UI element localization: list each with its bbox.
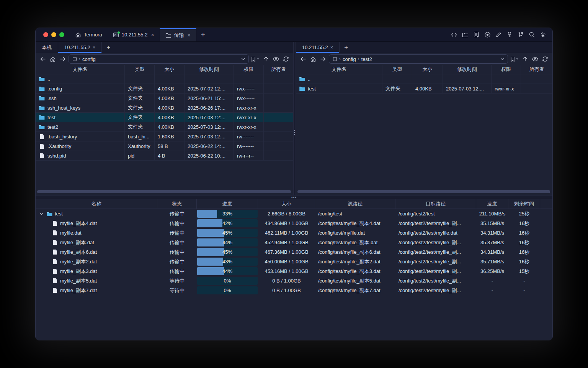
transfer-row[interactable]: myfile_副本4.dat传输中42%434.86MB / 1.00GB/co… [36,219,552,228]
file-row[interactable]: .config文件夹4.00KB2025-07-02 12:...rwx----… [36,84,293,94]
show-hidden-eye-icon[interactable] [531,55,539,63]
close-window-button[interactable] [43,32,48,37]
transfer-row[interactable]: myfile_副本6.dat传输中45%467.36MB / 1.00GB/co… [36,247,552,257]
transfer-row[interactable]: myfile_副本2.dat传输中43%450.00MB / 1.00GB/co… [36,257,552,266]
settings-icon[interactable] [539,31,546,38]
chevron-down-icon[interactable] [500,58,505,61]
new-panel-tab-button[interactable]: + [340,42,353,53]
file-row[interactable]: .. [296,74,552,84]
column-header[interactable]: 进度 [197,199,258,209]
up-directory-icon[interactable] [521,55,529,63]
column-header[interactable]: 剩余时间 [508,199,540,209]
transfer-row[interactable]: test传输中33%2.66GB / 8.00GB/config/test/co… [36,209,552,219]
column-header[interactable]: 源路径 [315,199,395,209]
column-header[interactable]: 修改时间 [443,65,492,74]
transfer-row[interactable]: myfile_副本.dat传输中44%452.94MB / 1.00GB/con… [36,238,552,247]
file-row[interactable]: ssh_host_keys文件夹4.00KB2025-06-26 17:...r… [36,103,293,113]
column-header[interactable]: 所有者 [264,65,293,74]
bookmark-button[interactable] [510,55,519,63]
right-horizontal-scrollbar[interactable] [297,190,550,193]
file-row[interactable]: .ssh文件夹4.00KB2025-06-21 15:...rwx------ [36,94,293,103]
tab-transfer[interactable]: 传输 × [160,28,196,41]
close-icon[interactable]: × [188,32,191,38]
transfer-row[interactable]: myfile_副本3.dat传输中44%453.16MB / 1.00GB/co… [36,266,552,276]
column-header[interactable]: 权限 [492,65,521,74]
close-icon[interactable]: × [330,44,333,50]
file-row[interactable]: test2文件夹4.00KB2025-07-03 12:...rwxr-xr-x [36,122,293,132]
column-header[interactable]: 大小 [155,65,185,74]
record-icon[interactable] [484,31,491,38]
back-icon[interactable] [299,55,307,63]
column-header[interactable]: 类型 [382,65,412,74]
new-tab-button[interactable]: + [196,28,210,41]
bookmark-button[interactable] [250,55,260,63]
file-row[interactable]: .bash_historybash_hi...1.60KB2025-07-03 … [36,132,293,141]
right-nav-bar: › config › test2 [296,53,552,65]
edit-icon[interactable] [495,31,502,38]
file-size-cell: 4.00KB [155,84,185,93]
column-header[interactable]: 大小 [412,65,443,74]
column-header[interactable]: 大小 [258,199,315,209]
expand-chevron-icon[interactable] [39,212,44,215]
file-type-cell: Xauthority [125,141,155,151]
zoom-window-button[interactable] [59,32,64,37]
file-row[interactable]: test文件夹4.00KB2025-07-03 12:...rwxr-xr-x [36,113,293,122]
tab-host[interactable]: 10.211.55.2 × [108,28,160,41]
close-icon[interactable]: × [151,32,154,38]
column-header[interactable]: 类型 [125,65,155,74]
file-row[interactable]: sshd.pidpid4 B2025-06-22 10:...rw-r--r-- [36,151,293,161]
right-file-table: 文件名类型大小修改时间权限所有者..test文件夹4.00KB2025-07-0… [296,65,552,94]
refresh-icon[interactable] [541,55,549,63]
panel-splitter[interactable]: ••• [293,42,296,195]
new-panel-tab-button[interactable]: + [102,42,115,53]
left-path-field[interactable]: › config [69,54,249,64]
back-icon[interactable] [39,55,47,63]
column-header[interactable]: 文件名 [296,65,382,74]
transfer-source-cell: /config/test/myfile_副本3.dat [315,266,395,276]
right-path-field[interactable]: › config › test2 [329,54,508,64]
column-header[interactable]: 目标路径 [395,199,476,209]
column-header[interactable]: 文件名 [36,65,125,74]
code-icon[interactable] [451,31,457,38]
log-icon[interactable] [473,31,480,38]
show-hidden-eye-icon[interactable] [272,55,280,63]
transfer-blank-cell [540,219,552,228]
column-header[interactable]: 修改时间 [185,65,234,74]
transfer-source-cell: /config/test/myfile.dat [315,228,395,238]
column-header[interactable]: 状态 [157,199,197,209]
transfer-row[interactable]: myfile.dat传输中45%462.11MB / 1.00GB/config… [36,228,552,238]
column-header[interactable]: 名称 [36,199,157,209]
path-segment[interactable]: test2 [361,56,372,62]
forward-icon[interactable] [319,55,327,63]
home-icon[interactable] [49,55,57,63]
file-row[interactable]: .XauthorityXauthority58 B2025-06-22 14:.… [36,141,293,151]
file-row[interactable]: test文件夹4.00KB2025-07-03 12:...rwxr-xr-x [296,84,552,94]
file-perm-cell [492,74,521,84]
branch-icon[interactable] [517,31,524,38]
file-row[interactable]: .. [36,74,293,84]
transfer-row[interactable]: myfile_副本7.dat等待中0%0 B / 1.00GB/config/t… [36,286,552,295]
chevron-down-icon[interactable] [241,58,245,61]
key-icon[interactable] [506,31,513,38]
path-segment[interactable]: config [343,56,356,62]
home-icon[interactable] [309,55,317,63]
tab-local[interactable]: 本机 [36,42,58,53]
search-icon[interactable] [528,31,535,38]
transfer-row[interactable]: myfile_副本5.dat等待中0%0 B / 1.00GB/config/t… [36,276,552,286]
file-type-cell: bash_hi... [125,132,155,141]
folder-icon[interactable] [462,31,469,38]
tab-remote-host[interactable]: 10.211.55.2 × [58,42,102,53]
transfer-splitter[interactable]: ••• [36,195,552,199]
column-header[interactable]: 速度 [476,199,508,209]
refresh-icon[interactable] [282,55,290,63]
tab-remote-host[interactable]: 10.211.55.2 × [296,42,340,53]
minimize-window-button[interactable] [51,32,56,37]
path-segment[interactable]: config [82,56,96,62]
close-icon[interactable]: × [93,44,96,50]
forward-icon[interactable] [59,55,67,63]
left-horizontal-scrollbar[interactable] [37,190,291,193]
tab-termora[interactable]: Termora [70,28,108,41]
column-header[interactable]: 所有者 [521,65,552,74]
column-header[interactable]: 权限 [234,65,264,74]
up-directory-icon[interactable] [262,55,270,63]
